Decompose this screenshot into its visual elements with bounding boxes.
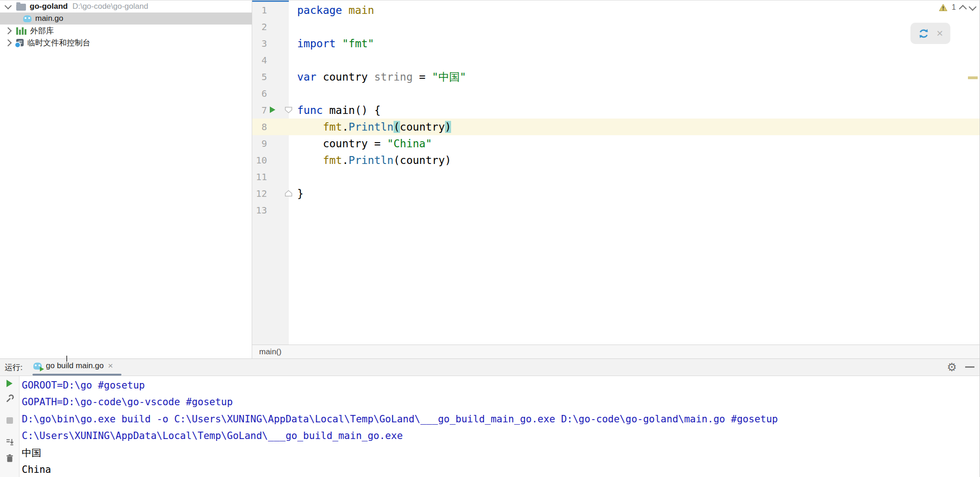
run-main-gutter-icon[interactable] [270,107,275,113]
scroll-to-end-icon[interactable] [5,438,14,447]
code-line[interactable]: 8 fmt.Println(country) [252,119,980,135]
fold-marker-down[interactable] [285,107,293,113]
selected-tab-underline [32,374,121,376]
code-line[interactable]: 1package main [252,2,980,19]
fold-marker-up[interactable] [285,190,293,197]
chevron-right-icon[interactable] [5,27,12,34]
code-line[interactable]: 11 [252,169,980,185]
console-line: C:\Users\XUNING\AppData\Local\Temp\GoLan… [22,427,980,444]
previous-problem-icon[interactable] [959,5,967,13]
console-line: GOROOT=D:\go #gosetup [22,377,980,394]
error-stripe-warning-mark[interactable] [968,76,978,79]
inspection-widget: 1 [939,3,975,12]
breadcrumb-main[interactable]: main() [259,347,281,357]
main-go-label: main.go [35,14,63,23]
tree-row-main-go[interactable]: main.go [0,13,252,25]
text-cursor-artifact [66,356,67,362]
project-root-path: D:\go-code\go-goland [72,2,148,11]
stop-button[interactable] [6,417,13,424]
ide-window: go-goland D:\go-code\go-goland main.go 外… [0,0,980,477]
run-panel-title: 运行: [5,362,23,373]
code-text: fmt.Println(country) [289,121,451,133]
line-number[interactable]: 8 [252,121,267,132]
code-line[interactable]: 6 [252,85,980,102]
console-line: GOPATH=D:\go-code\go-vscode #gosetup [22,394,980,410]
code-text: func main() { [289,104,381,116]
run-header: 运行: go build main.go × ⚙ [0,359,980,376]
line-number[interactable]: 13 [252,205,267,216]
code-text: country = "China" [289,138,432,150]
code-line[interactable]: 13 [252,202,980,219]
chevron-right-icon[interactable] [5,39,12,46]
line-number[interactable]: 5 [252,71,267,82]
scratches-icon [16,39,24,46]
line-number[interactable]: 9 [252,138,267,149]
gear-icon[interactable]: ⚙ [947,360,957,375]
tree-row-project-root[interactable]: go-goland D:\go-code\go-goland [0,0,252,13]
close-icon[interactable]: × [936,28,943,39]
rerun-button[interactable] [6,380,13,387]
project-root-label: go-goland [30,2,68,11]
line-number[interactable]: 12 [252,188,267,199]
code-line[interactable]: 5var country string = "中国" [252,69,980,85]
code-text: fmt.Println(country) [289,154,451,166]
code-line[interactable]: 4 [252,52,980,69]
console-line: D:\go\bin\go.exe build -o C:\Users\XUNIN… [22,411,980,427]
next-problem-icon[interactable] [969,3,977,11]
line-number[interactable]: 11 [252,171,267,182]
line-number[interactable]: 3 [252,38,267,49]
code-line[interactable]: 3import "fmt" [252,35,980,52]
console-line: China [22,461,980,477]
run-toolbar [0,376,19,477]
code-line[interactable]: 10 fmt.Println(country) [252,152,980,169]
code-line[interactable]: 9 country = "China" [252,135,980,152]
folder-icon [16,4,26,11]
code-line[interactable]: 7func main() { [252,102,980,119]
code-text: import "fmt" [289,38,374,50]
run-tab-go-build[interactable]: go build main.go × [33,361,113,371]
run-console-output[interactable]: GOROOT=D:\go #gosetupGOPATH=D:\go-code\g… [19,376,980,477]
external-libraries-label: 外部库 [30,25,54,36]
project-panel: go-goland D:\go-code\go-goland main.go 外… [0,0,252,358]
go-run-icon [33,363,42,370]
code-editor[interactable]: 1package main23import "fmt"45var country… [252,0,980,345]
scratches-label: 临时文件和控制台 [27,38,90,48]
clear-console-trash-icon[interactable] [5,454,14,463]
breadcrumb[interactable]: main() [252,345,980,358]
floating-toolbar: × [910,23,950,44]
warning-icon[interactable] [939,4,948,12]
code-line[interactable]: 2 [252,19,980,35]
line-number[interactable]: 4 [252,55,267,66]
minimize-icon[interactable] [965,366,974,368]
console-line: 中国 [22,445,980,461]
go-gopher-icon [23,15,32,22]
tree-row-external-libraries[interactable]: 外部库 [0,25,252,37]
library-icon [16,27,26,35]
code-text: var country string = "中国" [289,70,466,84]
chevron-down-icon[interactable] [5,2,12,9]
inspection-count: 1 [952,3,956,12]
line-number[interactable]: 1 [252,5,267,16]
run-tab-label: go build main.go [46,361,104,370]
run-tool-window: 运行: go build main.go × ⚙ [0,358,980,477]
line-number[interactable]: 6 [252,88,267,99]
run-body: GOROOT=D:\go #gosetupGOPATH=D:\go-code\g… [0,376,980,477]
code-line[interactable]: 12} [252,185,980,202]
settings-wrench-icon[interactable] [5,394,14,403]
code-text: package main [289,4,374,16]
line-number[interactable]: 2 [252,21,267,32]
line-number[interactable]: 10 [252,155,267,166]
editor-code-lines[interactable]: 1package main23import "fmt"45var country… [252,2,980,219]
tree-row-scratches[interactable]: 临时文件和控制台 [0,37,252,49]
refresh-icon[interactable] [918,28,929,39]
close-tab-icon[interactable]: × [108,361,113,371]
line-number[interactable]: 7 [252,105,267,116]
